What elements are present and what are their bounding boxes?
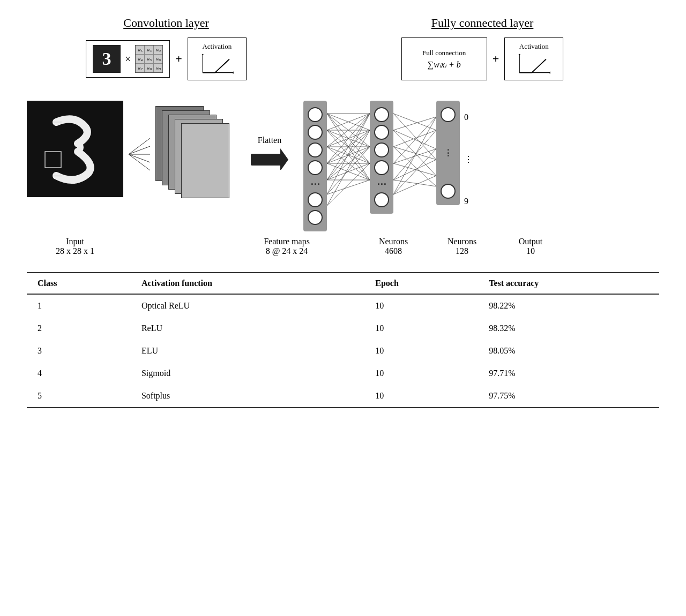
col-header-class: Class <box>27 273 131 294</box>
neuron <box>308 192 323 207</box>
neuron <box>374 192 389 207</box>
cell-class: 1 <box>27 294 131 317</box>
table-row: 4 Sigmoid 10 97.71% <box>27 362 659 385</box>
fmap-size: 8 @ 24 x 24 <box>266 246 308 256</box>
fmap-label: Feature maps <box>264 237 310 246</box>
plus-symbol-1: + <box>175 52 182 66</box>
kernel-cell: w₁ <box>136 46 144 54</box>
feature-maps-visual <box>155 106 236 202</box>
neuron <box>308 107 323 122</box>
table-header-row: Class Activation function Epoch Test acc… <box>27 273 659 294</box>
top-section: Convolution layer 3 × w₁ w₂ w₃ w₄ w₅ w₆ … <box>27 16 659 90</box>
neuron <box>374 142 389 157</box>
col-header-accuracy: Test accuracy <box>478 273 659 294</box>
cell-accuracy: 98.22% <box>478 294 659 317</box>
results-table-container: Class Activation function Epoch Test acc… <box>27 272 659 408</box>
fc-box: Full connection ∑wᵢxᵢ + b <box>401 37 487 80</box>
cell-epoch: 10 <box>364 385 478 407</box>
table-row: 5 Softplus 10 97.75% <box>27 385 659 407</box>
svg-marker-6 <box>549 71 550 74</box>
kernel-cell: w₉ <box>154 64 162 72</box>
kernel-grid: w₁ w₂ w₃ w₄ w₅ w₆ w₇ w₈ w₉ <box>135 45 163 73</box>
neuron <box>441 184 456 199</box>
cell-activation: ReLU <box>131 317 364 340</box>
conv-title: Convolution layer <box>123 16 208 30</box>
input-label: Input <box>66 237 84 246</box>
cell-epoch: 10 <box>364 317 478 340</box>
col-header-epoch: Epoch <box>364 273 478 294</box>
neuron <box>308 160 323 175</box>
neuron <box>308 210 323 225</box>
times-symbol: × <box>125 53 131 65</box>
activation-label-1: Activation <box>202 42 232 51</box>
connections-2-3 <box>393 101 436 219</box>
activation-graph-2 <box>511 53 556 76</box>
kernel-cell: w₂ <box>145 46 153 54</box>
svg-line-55 <box>393 130 436 147</box>
svg-line-62 <box>393 160 436 180</box>
svg-line-61 <box>393 130 436 180</box>
connection-lines-1 <box>129 133 150 176</box>
cell-class: 5 <box>27 385 131 407</box>
kernel-cell: w₅ <box>145 55 153 63</box>
flatten-section: Flatten <box>251 136 288 170</box>
fmap-label-group: Feature maps 8 @ 24 x 24 <box>247 237 327 256</box>
output-size: 10 <box>526 246 535 256</box>
svg-line-48 <box>327 130 370 206</box>
cell-epoch: 10 <box>364 362 478 385</box>
plus-symbol-2: + <box>493 52 499 66</box>
cell-accuracy: 97.75% <box>478 385 659 407</box>
kernel-cell: w₄ <box>136 55 144 63</box>
svg-line-58 <box>393 117 436 163</box>
table-row: 3 ELU 10 98.05% <box>27 340 659 362</box>
dots-2: ⋯ <box>377 178 386 190</box>
svg-line-60 <box>393 163 436 176</box>
feature-maps-section <box>155 106 236 202</box>
cell-activation: Optical ReLU <box>131 294 364 317</box>
svg-line-63 <box>393 180 436 186</box>
flatten-arrow <box>251 148 288 170</box>
connections-1-2 <box>327 101 370 219</box>
svg-marker-19 <box>280 148 288 170</box>
flatten-label: Flatten <box>258 136 281 145</box>
svg-line-12 <box>129 138 150 154</box>
svg-line-15 <box>129 154 150 162</box>
cell-accuracy: 97.71% <box>478 362 659 385</box>
svg-rect-18 <box>251 154 283 166</box>
svg-line-13 <box>129 146 150 154</box>
svg-line-16 <box>129 154 150 170</box>
svg-marker-7 <box>518 54 521 55</box>
main-container: Convolution layer 3 × w₁ w₂ w₃ w₄ w₅ w₆ … <box>27 16 659 408</box>
dots-3: ⋮ <box>444 148 452 158</box>
cell-activation: ELU <box>131 340 364 362</box>
output-label: Output <box>519 237 542 246</box>
cell-class: 4 <box>27 362 131 385</box>
cell-accuracy: 98.32% <box>478 317 659 340</box>
cell-activation: Softplus <box>131 385 364 407</box>
neuron <box>374 125 389 140</box>
fc-title: Fully connected layer <box>431 16 534 30</box>
fc-formula-row: Full connection ∑wᵢxᵢ + b + Activation <box>401 37 564 80</box>
output-layer: ⋮ <box>436 101 460 205</box>
labels-row: Input 28 x 28 x 1 Feature maps 8 @ 24 x … <box>27 237 659 256</box>
output-labels: 0 ⋮ 9 <box>464 107 473 212</box>
input-size: 28 x 28 x 1 <box>56 246 94 256</box>
activation-box-1: Activation <box>188 37 247 80</box>
output-9: 9 <box>464 197 473 206</box>
layer-1: ⋯ <box>303 101 327 231</box>
cell-epoch: 10 <box>364 340 478 362</box>
cell-epoch: 10 <box>364 294 478 317</box>
col-header-activation: Activation function <box>131 273 364 294</box>
svg-marker-2 <box>232 71 233 74</box>
neuron <box>308 125 323 140</box>
neural-network: ⋯ <box>303 101 473 231</box>
svg-line-56 <box>393 147 436 160</box>
n2-size: 128 <box>456 246 468 256</box>
kernel-cell: w₃ <box>154 46 162 54</box>
n2-label: Neurons <box>448 237 476 246</box>
svg-line-50 <box>393 114 436 130</box>
svg-line-66 <box>393 176 436 194</box>
input-section <box>27 101 123 197</box>
svg-line-53 <box>393 130 436 149</box>
cell-class: 3 <box>27 340 131 362</box>
